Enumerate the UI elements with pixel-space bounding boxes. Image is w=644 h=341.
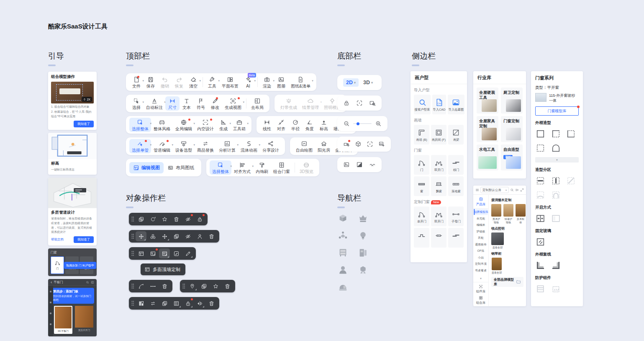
partition-option[interactable] — [535, 190, 546, 200]
catalog-tile[interactable] — [431, 228, 446, 248]
rail-more-caret[interactable] — [473, 274, 488, 282]
nav-icon-button[interactable] — [357, 247, 377, 258]
toolbar-item[interactable]: 对齐 — [274, 118, 288, 132]
catalog-tile[interactable]: 双开门 — [431, 207, 446, 226]
search-icon[interactable] — [86, 281, 89, 284]
toolbar-item[interactable]: 撤销 — [158, 75, 172, 89]
toolbar-item[interactable]: 图纸&清单 — [288, 75, 313, 89]
frame-shape-option[interactable] — [551, 129, 561, 139]
drag-handle-icon[interactable] — [131, 301, 134, 306]
catalog-product[interactable]: 查看全部 — [491, 232, 504, 249]
toolbar-item[interactable]: 管道编辑 — [151, 139, 173, 153]
back-icon[interactable] — [51, 280, 52, 284]
object-toolbar-button[interactable] — [147, 281, 158, 291]
toolbar-item[interactable]: 选择整体 — [129, 118, 151, 132]
door-tile[interactable]: 门 — [51, 256, 64, 274]
nav-icon-button[interactable] — [337, 230, 357, 241]
nav-icon-button[interactable] — [337, 282, 357, 293]
catalog-tile[interactable]: 落地窗 — [448, 176, 464, 196]
partition-option[interactable] — [535, 176, 546, 186]
zoom-slider-handle[interactable] — [357, 122, 359, 125]
object-toolbar-button[interactable] — [194, 214, 205, 224]
rail-library-item[interactable]: 组件库 — [476, 284, 486, 294]
toolbar-item[interactable]: 标高 — [317, 118, 331, 132]
zoom-slider[interactable] — [353, 123, 372, 124]
toolbar-item[interactable]: 自由绘图 — [293, 139, 315, 153]
object-toolbar-button[interactable] — [222, 281, 233, 291]
drag-handle-icon[interactable] — [131, 251, 134, 256]
catalog-tile[interactable] — [448, 228, 464, 248]
filter-list-icon[interactable] — [515, 188, 519, 192]
toolbar-item[interactable]: 符号 — [194, 96, 208, 111]
bottom-bar-button[interactable] — [375, 120, 382, 127]
toolbar-item[interactable]: 分析计算 — [216, 139, 238, 153]
toolbar-item[interactable]: 整体风格 — [151, 118, 173, 132]
frame-trim-option[interactable] — [535, 260, 546, 271]
object-toolbar-button[interactable] — [159, 298, 170, 308]
toolbar-item[interactable]: 角度 — [303, 118, 317, 132]
nav-icon-button[interactable] — [357, 213, 377, 224]
catalog-product[interactable]: 原木柜体 — [516, 204, 526, 224]
drag-handle-icon[interactable] — [131, 234, 134, 239]
toolbar-item[interactable] — [257, 77, 258, 87]
object-toolbar-button[interactable] — [159, 248, 170, 258]
toolbar-item[interactable]: 内饰刷 — [253, 160, 271, 175]
object-toolbar-button[interactable] — [187, 281, 198, 291]
toolbar-item[interactable]: 内空设计 — [195, 118, 216, 132]
rail-category[interactable]: 定制吊顶 — [474, 261, 487, 267]
toolbar-item[interactable]: 分享设计 — [260, 139, 282, 153]
object-toolbar-button[interactable] — [171, 248, 182, 258]
object-toolbar-button[interactable] — [182, 231, 193, 241]
toolbar-item[interactable]: 情景管理 — [300, 96, 321, 111]
partition-option[interactable] — [566, 176, 576, 186]
catalog-tile[interactable]: 画墙 (B) — [414, 125, 429, 145]
toolbar-item[interactable]: Beta AI — [241, 75, 255, 89]
rail-category[interactable]: 书桌餐桌 — [474, 267, 487, 273]
bottom-bar-button[interactable] — [367, 141, 373, 147]
toolbar-item[interactable]: 修改 — [208, 96, 222, 111]
catalog-tile[interactable] — [414, 228, 429, 248]
object-toolbar-button[interactable] — [171, 231, 182, 241]
toolbar-item[interactable]: 选择整体 — [210, 160, 231, 175]
bottom-bar-button[interactable] — [378, 141, 385, 147]
frame-shape-option[interactable] — [535, 129, 546, 139]
catalog-tile[interactable]: 子母门 — [448, 207, 464, 226]
rail-category[interactable]: 护墙板 — [474, 228, 487, 234]
nav-icon-button[interactable] — [357, 230, 377, 241]
frame-shape-option[interactable] — [551, 143, 561, 153]
drag-handle-icon[interactable] — [131, 284, 134, 289]
bottom-bar-button[interactable] — [355, 141, 362, 147]
catalog-product[interactable]: 轻奢护墙板 — [503, 204, 513, 224]
opening-mode-option[interactable] — [535, 213, 546, 224]
collapse-bar[interactable] — [535, 157, 579, 163]
catalog-tile[interactable]: 窗 — [414, 176, 429, 196]
toolbar-item[interactable]: 对齐方式 — [231, 160, 253, 175]
industry-card[interactable]: 门窗定制 — [501, 116, 523, 142]
nav-icon-button[interactable] — [337, 247, 357, 258]
toolbar-item[interactable] — [246, 98, 246, 108]
nav-icon-button[interactable] — [357, 264, 377, 276]
toolbar-item[interactable]: 清空 — [186, 75, 200, 89]
object-toolbar-button[interactable] — [136, 214, 146, 224]
bottom-bar-button[interactable] — [343, 100, 350, 106]
object-toolbar-button[interactable] — [182, 214, 193, 224]
bottom-bar-button[interactable] — [356, 100, 363, 106]
rail-category[interactable]: 通用板件 — [474, 241, 487, 247]
drag-handle-icon[interactable] — [182, 284, 185, 289]
toolbar-item[interactable]: 平面布置 — [219, 75, 241, 89]
door-panel-product[interactable]: 00-平板门 — [54, 306, 72, 334]
toolbar-item[interactable]: 设备选型 — [173, 139, 195, 153]
catalog-tile[interactable]: 门 — [414, 155, 429, 175]
toolbar-item[interactable]: 选择 — [129, 96, 144, 111]
rail-category[interactable]: 小品 — [474, 254, 487, 260]
toolbar-item[interactable]: 半径 — [288, 118, 303, 132]
toolbar-item[interactable]: 阳光房 — [315, 139, 333, 153]
toolbar-item[interactable]: 渲染 — [260, 75, 274, 89]
toolbar-item-wide[interactable]: 布局图纸 — [164, 162, 198, 173]
catalog-product[interactable]: 查看全部 — [491, 258, 502, 274]
catalog-tile[interactable]: 移门 — [448, 155, 464, 175]
catalog-tile[interactable]: 导入临摹图 — [448, 95, 464, 114]
rail-category[interactable]: 衣柜 — [474, 235, 487, 241]
partition-option[interactable] — [551, 176, 561, 186]
grid-icon[interactable] — [91, 281, 94, 284]
